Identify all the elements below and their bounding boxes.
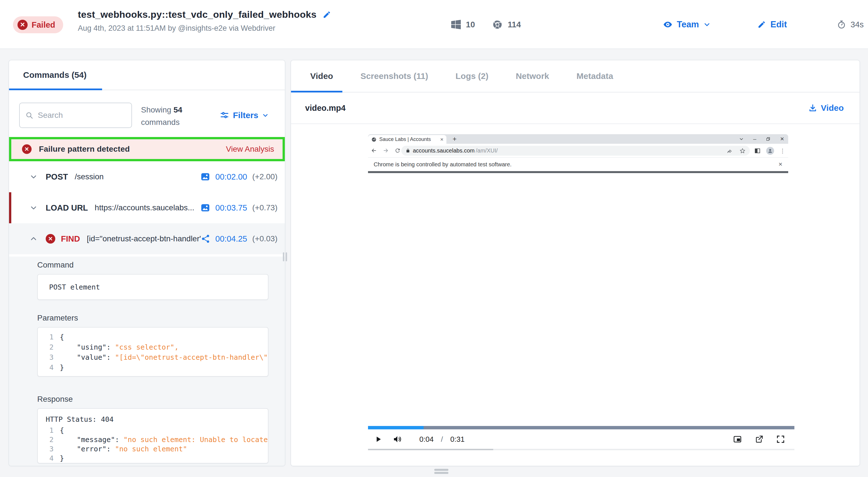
download-icon	[808, 104, 817, 112]
time-display: 0:04 / 0:31	[419, 435, 464, 444]
failure-banner-message: Failure pattern detected	[39, 145, 130, 154]
reload-icon	[395, 148, 401, 154]
search-input[interactable]	[38, 111, 126, 120]
total-duration: 0:31	[451, 435, 465, 444]
url-host: accounts.saucelabs.com	[413, 148, 475, 154]
command-row-find-failed[interactable]: ✕ FIND [id="onetrust-accept-btn-handler"…	[9, 223, 285, 254]
edit-button[interactable]: Edit	[757, 0, 787, 49]
edit-title-icon[interactable]	[322, 10, 331, 19]
video-progress-fill	[368, 426, 424, 430]
command-section-label: Command	[37, 260, 73, 269]
video-player[interactable]: Sauce Labs | Accounts ✕ + – ✕	[291, 124, 860, 466]
panel-resize-handle-bar[interactable]	[283, 252, 284, 261]
command-delta: (+0.73)	[252, 203, 278, 212]
video-controls: 0:04 / 0:31	[368, 430, 795, 448]
command-timestamp: 00:02.00	[215, 172, 247, 182]
panel-resize-handle-bar[interactable]	[286, 252, 287, 261]
parameters-code-box: 1{ 2 "using": "css selector", 3 "value":…	[37, 327, 269, 377]
commands-panel: Commands (54) Showing 54 commands Filter…	[8, 60, 285, 466]
team-dropdown[interactable]: Team	[663, 0, 710, 49]
share-icon[interactable]	[201, 234, 210, 244]
response-code-box: HTTP Status: 404 1{ 2 "message": "no suc…	[37, 408, 269, 464]
page-title: test_webhooks.py::test_vdc_only_failed_w…	[78, 9, 316, 20]
window-menu-chevron-icon	[739, 137, 744, 141]
play-button[interactable]	[374, 435, 383, 444]
saucelabs-favicon	[371, 137, 376, 142]
tab-video[interactable]: Video	[310, 71, 333, 81]
window-minimize-icon: –	[753, 136, 756, 142]
open-external-button[interactable]	[755, 435, 764, 443]
screenshot-image-icon[interactable]	[200, 172, 210, 182]
tab-logs[interactable]: Logs (2)	[456, 71, 489, 81]
tab-close-icon: ✕	[440, 137, 443, 142]
window-close-icon: ✕	[780, 136, 784, 142]
filters-button[interactable]: Filters	[220, 103, 269, 128]
page-top-bar	[368, 171, 788, 173]
horizontal-scrollbar[interactable]	[368, 449, 795, 450]
time-separator: /	[441, 435, 443, 444]
command-row-post-session[interactable]: POST /session 00:02.00 (+2.00)	[9, 161, 285, 192]
status-badge-label: Failed	[32, 20, 55, 30]
team-dropdown-label: Team	[677, 20, 699, 30]
video-progress-bar[interactable]	[368, 426, 795, 430]
failure-x-icon: ✕	[22, 144, 32, 154]
status-badge: ✕ Failed	[13, 17, 63, 33]
command-target: /session	[75, 172, 104, 181]
chevron-down-icon[interactable]	[30, 173, 37, 181]
response-section-label: Response	[37, 395, 73, 404]
browser-tabstrip: Sauce Labs | Accounts ✕ + – ✕	[368, 134, 788, 144]
pencil-icon	[757, 20, 766, 29]
filters-tune-icon	[220, 111, 229, 120]
download-video-label: Video	[821, 103, 844, 113]
active-tab-underline	[9, 89, 102, 90]
visibility-eye-icon	[663, 20, 672, 29]
command-search[interactable]	[19, 103, 132, 128]
command-method: FIND	[61, 234, 80, 244]
command-value-box: POST element	[37, 274, 269, 300]
window-restore-icon	[766, 137, 770, 141]
forward-arrow-icon	[383, 148, 389, 154]
chevron-up-icon[interactable]	[30, 235, 37, 243]
command-target: https://accounts.saucelabs...	[95, 203, 194, 212]
results-panel: Video Screenshots (11) Logs (2) Network …	[290, 60, 860, 466]
tab-screenshots[interactable]: Screenshots (11)	[361, 71, 428, 81]
video-file-name: video.mp4	[305, 103, 345, 113]
showing-count-text: Showing 54 commands	[141, 104, 182, 129]
profile-avatar-icon	[766, 147, 774, 155]
command-method: LOAD URL	[46, 203, 88, 213]
command-delta: (+2.00)	[252, 172, 278, 181]
stopwatch-icon	[837, 20, 846, 29]
back-arrow-icon	[371, 148, 377, 154]
http-status: HTTP Status: 404	[38, 409, 268, 426]
bottom-resize-handle-bar[interactable]	[434, 472, 448, 474]
command-delta: (+0.03)	[252, 234, 278, 243]
page-header: ✕ Failed test_webhooks.py::test_vdc_only…	[0, 0, 868, 49]
volume-button[interactable]	[393, 435, 402, 444]
parameters-section-label: Parameters	[37, 314, 78, 322]
automation-infobar: Chrome is being controlled by automated …	[368, 158, 788, 171]
picture-in-picture-button[interactable]	[733, 435, 742, 444]
bookmark-star-icon	[740, 148, 745, 154]
tab-commands[interactable]: Commands (54)	[23, 70, 87, 80]
video-frame-browser: Sauce Labs | Accounts ✕ + – ✕	[368, 134, 788, 173]
share-page-icon	[727, 148, 732, 154]
command-row-load-url[interactable]: LOAD URL https://accounts.saucelabs... 0…	[9, 192, 285, 223]
failed-x-icon: ✕	[18, 20, 28, 30]
command-timestamp: 00:04.25	[215, 234, 247, 244]
fullscreen-button[interactable]	[776, 435, 785, 443]
scrollbar-thumb[interactable]	[368, 449, 493, 450]
bottom-resize-handle-bar[interactable]	[434, 469, 448, 471]
command-detail: Command POST element Parameters 1{ 2 "us…	[9, 257, 285, 466]
windows-icon	[451, 20, 461, 29]
browser-version: 114	[507, 20, 521, 29]
screenshot-image-icon[interactable]	[200, 203, 210, 213]
tab-network[interactable]: Network	[516, 71, 549, 81]
tab-metadata[interactable]: Metadata	[577, 71, 613, 81]
chevron-down-icon	[262, 112, 269, 118]
duration-indicator: 34s	[837, 0, 864, 49]
download-video-button[interactable]: Video	[808, 103, 844, 113]
chevron-down-icon[interactable]	[30, 204, 37, 212]
command-value: POST element	[49, 283, 100, 291]
command-method: POST	[46, 172, 68, 182]
view-analysis-link[interactable]: View Analysis	[226, 145, 274, 154]
